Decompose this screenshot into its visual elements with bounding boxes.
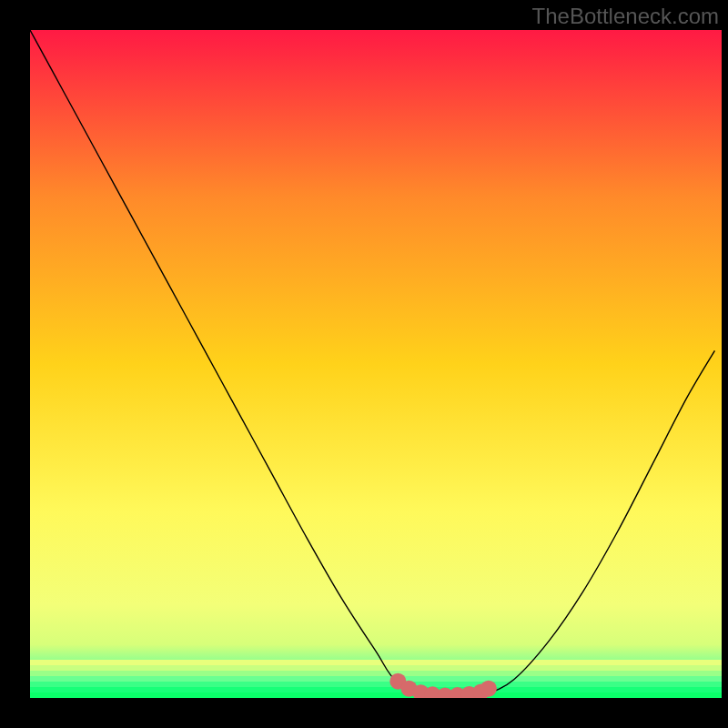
bottom-color-bands (30, 660, 722, 698)
svg-rect-2 (30, 671, 722, 676)
svg-rect-0 (30, 660, 722, 665)
svg-rect-5 (30, 687, 722, 693)
svg-point-15 (480, 681, 497, 697)
svg-rect-6 (30, 693, 722, 698)
chart-svg (30, 30, 722, 698)
svg-rect-3 (30, 676, 722, 682)
chart-plot-area (30, 30, 722, 698)
watermark-text: TheBottleneck.com (532, 4, 719, 29)
svg-rect-4 (30, 682, 722, 687)
svg-rect-1 (30, 665, 722, 671)
gradient-background (30, 30, 722, 698)
